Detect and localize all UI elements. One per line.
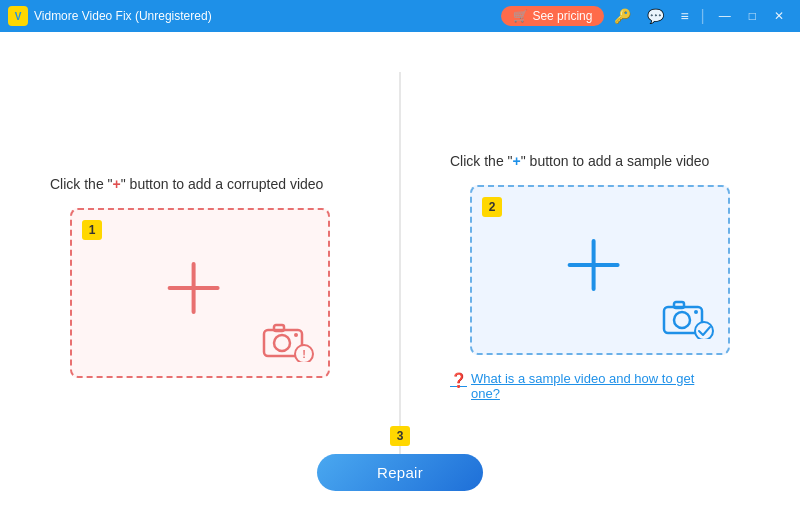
step-3-badge: 3 [390, 426, 410, 446]
svg-text:!: ! [302, 348, 306, 360]
svg-text:V: V [15, 11, 22, 22]
add-sample-plus-icon [562, 232, 626, 296]
title-bar-right: 🛒 See pricing 🔑 💬 ≡ | — □ ✕ [501, 6, 792, 26]
app-title: Vidmore Video Fix (Unregistered) [34, 9, 212, 23]
add-corrupted-plus-icon [162, 255, 226, 319]
corrupted-camera-icon: ! [260, 318, 314, 362]
key-icon[interactable]: 🔑 [608, 6, 637, 26]
bottom-bar: 3 Repair [317, 426, 483, 491]
left-panel-label: Click the "+" button to add a corrupted … [50, 176, 323, 192]
app-logo: V [8, 6, 28, 26]
question-icon: ❓ [450, 372, 467, 388]
chat-icon[interactable]: 💬 [641, 6, 670, 26]
maximize-button[interactable]: □ [741, 7, 764, 25]
svg-point-5 [274, 335, 290, 351]
svg-rect-6 [274, 325, 284, 331]
svg-point-16 [695, 322, 713, 339]
sample-camera-icon [660, 295, 714, 339]
separator: | [701, 7, 705, 25]
close-button[interactable]: ✕ [766, 7, 792, 25]
window-controls: — □ ✕ [711, 7, 792, 25]
title-bar-left: V Vidmore Video Fix (Unregistered) [8, 6, 212, 26]
sample-video-dropzone[interactable]: 2 [470, 185, 730, 355]
step-2-badge: 2 [482, 197, 502, 217]
svg-rect-14 [674, 302, 684, 308]
title-bar: V Vidmore Video Fix (Unregistered) 🛒 See… [0, 0, 800, 32]
vertical-divider [400, 72, 401, 481]
corrupted-video-dropzone[interactable]: 1 ! [70, 208, 330, 378]
svg-point-7 [294, 333, 298, 337]
minimize-button[interactable]: — [711, 7, 739, 25]
right-panel-label: Click the "+" button to add a sample vid… [450, 153, 709, 169]
main-content: Click the "+" button to add a corrupted … [0, 32, 800, 521]
menu-icon[interactable]: ≡ [674, 6, 694, 26]
step-1-badge: 1 [82, 220, 102, 240]
see-pricing-label: See pricing [532, 9, 592, 23]
see-pricing-button[interactable]: 🛒 See pricing [501, 6, 604, 26]
sample-video-help-link[interactable]: ❓ What is a sample video and how to get … [450, 371, 710, 401]
svg-point-13 [674, 312, 690, 328]
cart-icon: 🛒 [513, 9, 528, 23]
svg-point-15 [694, 310, 698, 314]
repair-button[interactable]: Repair [317, 454, 483, 491]
